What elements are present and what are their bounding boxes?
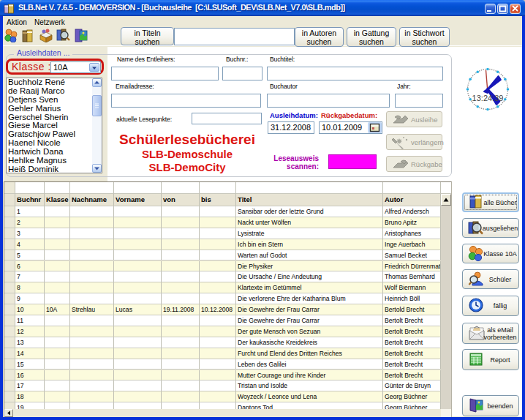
svg-text:13:24:39: 13:24:39 xyxy=(472,94,504,102)
